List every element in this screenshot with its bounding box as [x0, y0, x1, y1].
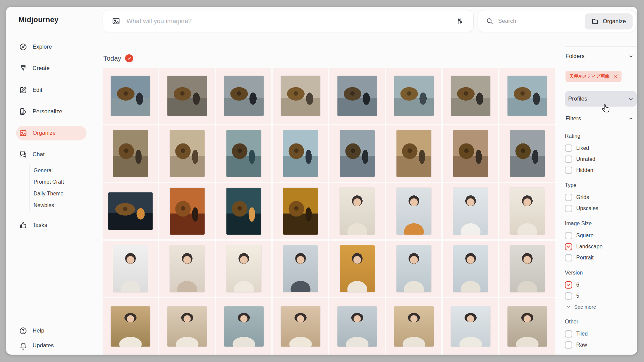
grid-cell-selected[interactable] — [443, 241, 498, 297]
thumbnail-lion-chase-night[interactable] — [108, 192, 153, 230]
image-icon[interactable] — [112, 17, 120, 25]
sidebar-item-edit[interactable]: Edit — [16, 83, 87, 98]
grid-cell-selected[interactable] — [103, 241, 158, 297]
grid-cell-selected[interactable] — [329, 68, 385, 124]
grid-cell-selected[interactable] — [329, 125, 385, 182]
grid-cell-selected[interactable] — [159, 68, 215, 124]
checkbox-icon[interactable] — [565, 167, 572, 174]
thumbnail-woman-portrait[interactable] — [167, 306, 207, 347]
thumbnail-lion-chase-city[interactable] — [281, 76, 320, 116]
grid-cell-selected[interactable] — [103, 183, 158, 239]
grid-cell-selected[interactable] — [159, 183, 215, 239]
grid-cell-selected[interactable] — [499, 241, 555, 297]
checkbox-icon[interactable] — [565, 144, 572, 152]
grid-cell-selected[interactable] — [273, 298, 328, 355]
sidebar-item-organize[interactable]: Organize — [16, 126, 87, 140]
thumbnail-lion-chase-city[interactable] — [170, 130, 205, 177]
sidebar-item-explore[interactable]: Explore — [16, 40, 87, 54]
profiles-section-header[interactable]: Profiles — [565, 91, 637, 107]
prompt-input[interactable] — [126, 17, 456, 25]
grid-cell-selected[interactable] — [273, 241, 328, 297]
thumbnail-lion-chase-night[interactable] — [170, 188, 205, 235]
sidebar-item-updates[interactable]: Updates — [19, 340, 79, 352]
thumbnail-lion-chase-city[interactable] — [453, 130, 488, 177]
thumbnail-lion-chase-city[interactable] — [510, 130, 545, 177]
checkbox-icon[interactable] — [565, 330, 572, 338]
thumbnail-woman-portrait[interactable] — [111, 306, 150, 347]
checkbox-icon[interactable] — [565, 194, 572, 201]
grid-cell-selected[interactable] — [103, 298, 158, 355]
grid-cell-selected[interactable] — [386, 241, 441, 297]
grid-cell-selected[interactable] — [216, 183, 271, 239]
grid-cell-selected[interactable] — [499, 68, 555, 124]
checkbox-checked-icon[interactable] — [565, 243, 572, 250]
grid-cell-selected[interactable] — [443, 125, 498, 182]
filter-option-5[interactable]: 5 — [565, 290, 637, 301]
thumbnail-lion-chase-city[interactable] — [111, 76, 150, 116]
filter-option-square[interactable]: Square — [565, 230, 637, 241]
thumbnail-woman-portrait[interactable] — [394, 306, 434, 347]
selected-check-badge[interactable] — [125, 54, 133, 62]
grid-cell-selected[interactable] — [273, 68, 328, 124]
grid-cell-selected[interactable] — [386, 68, 441, 124]
checkbox-icon[interactable] — [565, 156, 572, 163]
thumbnail-woman-portrait[interactable] — [224, 306, 264, 347]
sidebar-item-prompt-craft[interactable]: Prompt Craft — [34, 177, 84, 187]
filter-option-unrated[interactable]: Unrated — [565, 154, 637, 165]
sidebar-item-create[interactable]: Create — [16, 61, 87, 76]
thumbnail-woman-portrait[interactable] — [337, 306, 377, 347]
thumbnail-lion-chase-city[interactable] — [226, 130, 261, 177]
thumbnail-woman-portrait[interactable] — [170, 245, 205, 292]
thumbnail-woman-portrait[interactable] — [451, 306, 490, 347]
grid-cell-selected[interactable] — [103, 68, 158, 124]
grid-cell-selected[interactable] — [216, 241, 271, 297]
grid-cell-selected[interactable] — [329, 241, 385, 297]
filter-option-liked[interactable]: Liked — [565, 142, 637, 154]
grid-cell-selected[interactable] — [216, 298, 271, 355]
checkbox-icon[interactable] — [565, 205, 572, 212]
organize-button[interactable]: Organize — [585, 13, 633, 29]
thumbnail-lion-chase-night[interactable] — [226, 188, 261, 235]
thumbnail-lion-chase-city[interactable] — [113, 130, 148, 177]
grid-cell-selected[interactable] — [386, 298, 441, 355]
checkbox-icon[interactable] — [565, 232, 572, 239]
grid-cell-selected[interactable] — [159, 241, 215, 297]
filters-section-header[interactable]: Filters — [565, 111, 637, 126]
thumbnail-woman-portrait[interactable] — [396, 188, 431, 235]
grid-cell-selected[interactable] — [499, 183, 555, 239]
folder-tag[interactable]: 天秤AIメディア画像 — [566, 71, 622, 82]
checkbox-checked-icon[interactable] — [565, 281, 572, 289]
thumbnail-woman-portrait[interactable] — [510, 245, 545, 292]
thumbnail-woman-portrait[interactable] — [340, 245, 375, 292]
thumbnail-woman-portrait[interactable] — [281, 306, 320, 347]
thumbnail-woman-portrait[interactable] — [340, 188, 375, 235]
see-more-button[interactable]: See more — [565, 301, 637, 312]
thumbnail-lion-chase-city[interactable] — [283, 130, 318, 177]
grid-cell-selected[interactable] — [329, 183, 385, 239]
grid-cell-selected[interactable] — [443, 68, 498, 124]
thumbnail-woman-portrait[interactable] — [226, 245, 261, 292]
thumbnail-lion-chase-city[interactable] — [167, 76, 207, 116]
grid-cell-selected[interactable] — [443, 298, 498, 355]
sidebar-item-help[interactable]: Help — [19, 325, 79, 337]
thumbnail-lion-chase-city[interactable] — [507, 76, 547, 116]
thumbnail-woman-portrait[interactable] — [510, 188, 545, 235]
thumbnail-woman-portrait[interactable] — [113, 245, 148, 292]
thumbnail-lion-chase-city[interactable] — [224, 76, 264, 116]
sidebar-item-tasks[interactable]: Tasks — [19, 219, 79, 231]
thumbnail-lion-chase-city[interactable] — [396, 130, 431, 177]
grid-cell-selected[interactable] — [386, 125, 441, 182]
grid-cell-selected[interactable] — [216, 68, 271, 124]
thumbnail-lion-chase-city[interactable] — [340, 130, 375, 177]
filter-option-grids[interactable]: Grids — [565, 192, 637, 203]
thumbnail-lion-chase-city[interactable] — [451, 76, 490, 116]
sidebar-item-general[interactable]: General — [34, 166, 84, 176]
checkbox-icon[interactable] — [565, 254, 572, 261]
sidebar-item-personalize[interactable]: Personalize — [16, 104, 87, 119]
search-input[interactable] — [498, 18, 572, 24]
grid-cell-selected[interactable] — [159, 125, 215, 182]
grid-cell-selected[interactable] — [103, 125, 158, 182]
grid-cell-selected[interactable] — [499, 298, 555, 355]
grid-cell-selected[interactable] — [273, 183, 328, 239]
thumbnail-woman-portrait[interactable] — [283, 245, 318, 292]
